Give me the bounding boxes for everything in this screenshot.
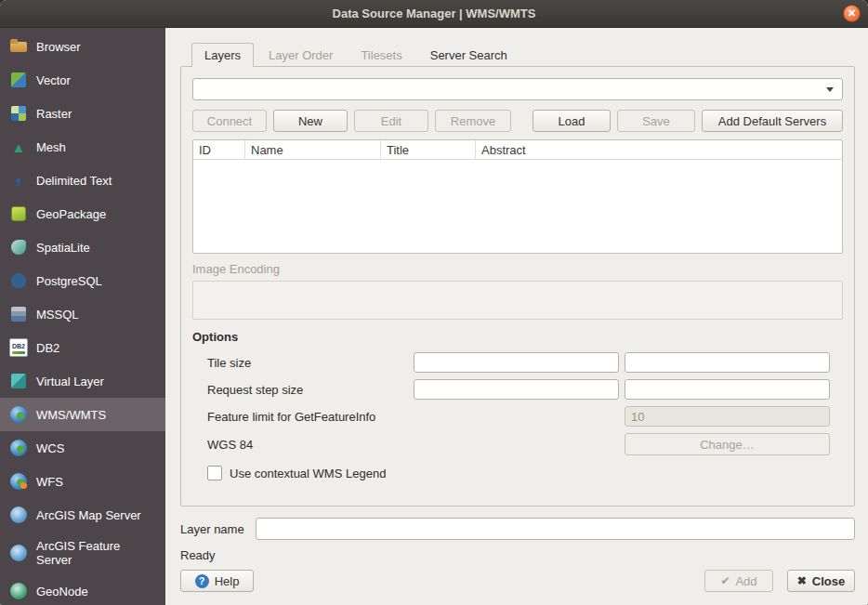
image-encoding-label: Image Encoding: [192, 262, 843, 276]
tab-server-search[interactable]: Server Search: [417, 43, 520, 67]
sidebar-item-arcgis-map-server[interactable]: ArcGIS Map Server: [0, 498, 165, 532]
options-title: Options: [192, 330, 843, 344]
edit-button: Edit: [354, 110, 428, 132]
close-x-icon: ✖: [797, 574, 807, 587]
column-header-id[interactable]: ID: [193, 140, 245, 159]
sidebar-item-label: GeoPackage: [36, 207, 106, 221]
sidebar-item-db2[interactable]: DB2: [0, 331, 165, 364]
column-header-title[interactable]: Title: [381, 140, 476, 159]
sidebar-item-arcgis-feature-server[interactable]: ArcGIS Feature Server: [0, 532, 165, 574]
sidebar-item-label: ArcGIS Feature Server: [36, 539, 153, 567]
column-header-abstract[interactable]: Abstract: [476, 140, 842, 159]
window-close-button[interactable]: ✕: [843, 5, 861, 22]
request-step-width-input[interactable]: [414, 379, 619, 400]
sidebar-item-geonode[interactable]: GeoNode: [0, 574, 165, 605]
title-bar[interactable]: Data Source Manager | WMS/WMTS ✕: [0, 0, 868, 28]
sidebar-item-label: WMS/WMTS: [36, 408, 106, 422]
save-button: Save: [617, 110, 695, 132]
feature-limit-label: Feature limit for GetFeatureInfo: [207, 410, 408, 424]
sidebar-item-label: Virtual Layer: [36, 375, 104, 388]
wms-legend-label: Use contextual WMS Legend: [230, 467, 386, 480]
tab-bar: Layers Layer Order Tilesets Server Searc…: [191, 43, 855, 67]
check-icon: ✔: [720, 574, 730, 587]
sidebar-item-label: Raster: [36, 107, 72, 121]
window-title: Data Source Manager | WMS/WMTS: [0, 7, 868, 20]
chevron-down-icon: [826, 87, 834, 92]
crs-change-button: Change…: [625, 433, 830, 455]
sidebar-item-spatialite[interactable]: SpatiaLite: [0, 230, 165, 264]
column-header-name[interactable]: Name: [245, 140, 381, 159]
close-label: Close: [812, 574, 845, 588]
sidebar-item-delimited-text[interactable]: Delimited Text: [0, 164, 165, 197]
sidebar-item-mesh[interactable]: Mesh: [0, 130, 165, 164]
sidebar-item-browser[interactable]: Browser: [0, 30, 165, 63]
crs-label: WGS 84: [207, 438, 408, 452]
sidebar-item-label: Mesh: [36, 140, 66, 154]
wms-legend-checkbox[interactable]: [207, 466, 222, 480]
tab-layer-order: Layer Order: [256, 43, 346, 67]
sidebar-item-raster[interactable]: Raster: [0, 97, 165, 130]
new-button[interactable]: New: [273, 110, 348, 132]
data-source-manager-window: Data Source Manager | WMS/WMTS ✕ Browser…: [0, 0, 868, 605]
sidebar-item-label: PostgreSQL: [36, 274, 102, 288]
geopackage-icon: [9, 204, 28, 223]
help-label: Help: [215, 574, 240, 588]
wfs-globe-icon: [9, 472, 28, 491]
sidebar-item-postgresql[interactable]: PostgreSQL: [0, 264, 165, 297]
spatialite-icon: [9, 238, 28, 256]
add-default-servers-button[interactable]: Add Default Servers: [702, 110, 843, 132]
wms-globe-icon: [9, 405, 28, 424]
sidebar-item-wms-wmts[interactable]: WMS/WMTS: [0, 398, 165, 431]
sidebar-item-label: Vector: [36, 73, 71, 87]
wcs-globe-icon: [9, 439, 28, 457]
virtual-layer-icon: [9, 372, 28, 390]
add-button: ✔ Add: [704, 570, 773, 592]
status-text: Ready: [180, 548, 855, 562]
layers-table-header: ID Name Title Abstract: [193, 140, 842, 160]
sidebar-item-label: SpatiaLite: [36, 241, 90, 255]
sidebar-item-label: Browser: [36, 40, 81, 54]
close-button[interactable]: ✖ Close: [787, 570, 855, 592]
wms-wmts-panel: Layers Layer Order Tilesets Server Searc…: [165, 28, 868, 605]
sidebar-item-wfs[interactable]: WFS: [0, 465, 165, 498]
tile-size-label: Tile size: [207, 356, 408, 370]
layers-table-body[interactable]: [193, 160, 842, 253]
layers-table: ID Name Title Abstract: [192, 139, 843, 254]
connect-button: Connect: [192, 110, 267, 132]
arcgis-map-server-icon: [9, 506, 28, 524]
source-type-sidebar: Browser Vector Raster Mesh Delimited Tex…: [0, 28, 165, 605]
sidebar-item-label: Delimited Text: [36, 174, 112, 188]
comma-icon: [9, 171, 28, 190]
dialog-button-row: ? Help ✔ Add ✖ Close: [180, 570, 855, 592]
sidebar-item-label: DB2: [36, 341, 59, 355]
sidebar-item-vector[interactable]: Vector: [0, 63, 165, 97]
sidebar-item-geopackage[interactable]: GeoPackage: [0, 197, 165, 230]
tile-size-width-input[interactable]: [414, 352, 619, 373]
mssql-icon: [9, 305, 28, 323]
layer-name-label: Layer name: [180, 522, 244, 536]
postgresql-icon: [9, 271, 28, 290]
add-label: Add: [735, 574, 756, 588]
server-connection-combobox[interactable]: [192, 78, 843, 100]
arcgis-feature-server-icon: [9, 544, 28, 562]
sidebar-item-virtual-layer[interactable]: Virtual Layer: [0, 364, 165, 398]
remove-button: Remove: [435, 110, 511, 132]
options-grid: Tile size Request step size Feature limi…: [192, 352, 843, 455]
sidebar-item-mssql[interactable]: MSSQL: [0, 297, 165, 331]
window-close-icon: ✕: [848, 7, 856, 20]
help-button[interactable]: ? Help: [180, 570, 254, 592]
sidebar-item-label: WFS: [36, 475, 63, 489]
sidebar-item-label: GeoNode: [36, 585, 88, 598]
tab-layers[interactable]: Layers: [191, 43, 254, 67]
sidebar-item-wcs[interactable]: WCS: [0, 431, 165, 465]
request-step-size-label: Request step size: [207, 383, 408, 397]
load-button[interactable]: Load: [533, 110, 611, 132]
image-encoding-group: [192, 281, 843, 320]
tab-tilesets: Tilesets: [348, 43, 414, 67]
sidebar-item-label: WCS: [36, 441, 64, 455]
request-step-height-input[interactable]: [625, 379, 830, 400]
sidebar-item-label: MSSQL: [36, 308, 79, 322]
layer-name-input[interactable]: [256, 518, 855, 540]
tile-size-height-input[interactable]: [625, 352, 830, 373]
help-icon: ?: [195, 574, 209, 588]
